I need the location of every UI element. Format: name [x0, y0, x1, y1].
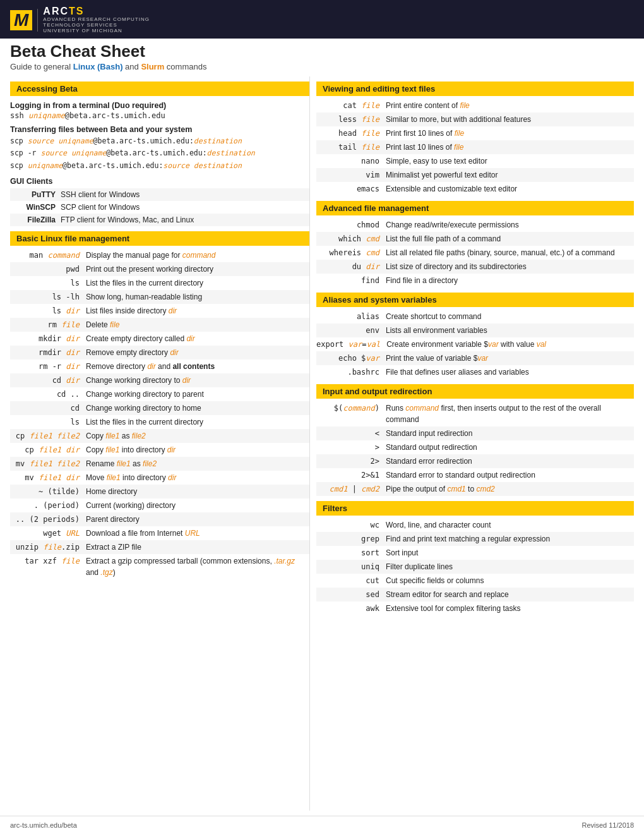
logo-tagline3: UNIVERSITY OF MICHIGAN	[43, 28, 150, 33]
logo-arcts-topline: ARCTS	[43, 6, 150, 16]
cmd-desc-whereis: List all related file paths (binary, sou…	[386, 247, 634, 258]
cmd-stdin: < Standard input redirection	[316, 426, 634, 440]
cmd-key-cd-dir: cd dir	[10, 375, 86, 386]
scp-line-1: scp source uniqname@beta.arc-ts.umich.ed…	[10, 135, 309, 148]
scp-line-3: scp uniqname@beta.arc-ts.umich.edu:sourc…	[10, 160, 309, 172]
cmd-key-env: env	[316, 325, 386, 336]
cmd-mkdir: mkdir dir Create empty directory called …	[10, 332, 309, 346]
cmd-desc-uniq: Filter duplicate lines	[386, 561, 634, 572]
cmd-period: . (period) Current (working) directory	[10, 499, 309, 512]
cmd-cd-home: cd Change working directory to home	[10, 401, 309, 415]
cmd-key-mv-dir: mv file1 dir	[10, 472, 86, 483]
cmd-desc-cd-dotdot: Change working directory to parent	[86, 389, 309, 400]
cmd-desc-mv-dir: Move file1 into directory dir	[86, 472, 309, 483]
cmd-pipe: cmd1 | cmd2 Pipe the output of cmd1 to c…	[316, 482, 634, 496]
cmd-key-mkdir: mkdir dir	[10, 333, 86, 344]
cmd-desc-2periods: Parent directory	[86, 514, 309, 525]
cmd-desc-sed: Stream editor for search and replace	[386, 589, 634, 600]
cmd-unzip: unzip file.zip Extract a ZIP file	[10, 540, 309, 554]
cmd-key-sed: sed	[316, 589, 386, 600]
subtitle-slurm: Slurm	[141, 62, 164, 71]
cmd-stderr: 2> Standard error redirection	[316, 454, 634, 468]
cmd-key-man: man command	[10, 250, 86, 261]
page-subtitle: Guide to general Linux (Bash) and Slurm …	[10, 62, 634, 71]
logo-tagline1: ADVANCED RESEARCH COMPUTING	[43, 16, 150, 22]
cmd-desc-env: Lists all environment variables	[386, 325, 634, 336]
cmd-desc-cp-files: Copy file1 as file2	[86, 430, 309, 442]
cmd-desc-man: Display the manual page for command	[86, 250, 309, 261]
cmd-2periods: .. (2 periods) Parent directory	[10, 512, 309, 526]
header: M ARCTS ADVANCED RESEARCH COMPUTING TECH…	[0, 0, 644, 39]
cmd-key-nano: nano	[316, 155, 386, 167]
cmd-stderr-stdout: 2>&1 Standard error to standard output r…	[316, 468, 634, 482]
cmd-desc-period: Current (working) directory	[86, 500, 309, 511]
cmd-desc-ls-lh: Show long, human-readable listing	[86, 291, 309, 303]
cmd-desc-chmod: Change read/write/execute permissions	[386, 219, 634, 231]
cmd-cat: cat file Print entire content of file	[316, 99, 634, 112]
cmd-cut: cut Cut specific fields or columns	[316, 574, 634, 588]
cmd-key-unzip: unzip file.zip	[10, 541, 86, 553]
gui-client-desc: FTP client for Windows, Mac, and Linux	[61, 214, 309, 226]
cmd-nano: nano Simple, easy to use text editor	[316, 154, 634, 168]
cmd-ls2: ls List the files in the current directo…	[10, 415, 309, 429]
cmd-sed: sed Stream editor for search and replace	[316, 588, 634, 601]
cmd-stdout: > Standard output redirection	[316, 440, 634, 454]
cmd-desc-head: Print first 10 lines of file	[386, 128, 634, 139]
cmd-desc-nano: Simple, easy to use text editor	[386, 155, 634, 167]
cmd-desc-ls: List the files in the current directory	[86, 277, 309, 289]
cmd-desc-cut: Cut specific fields or columns	[386, 575, 634, 586]
login-title: Logging in from a terminal (Duo required…	[10, 101, 309, 110]
logo-arcts: ARCTS ADVANCED RESEARCH COMPUTING TECHNO…	[43, 6, 150, 33]
footer: arc-ts.umich.edu/beta Revised 11/2018	[0, 816, 644, 834]
section-accessing-beta: Accessing Beta	[10, 82, 309, 96]
cmd-desc-alias: Create shortcut to command	[386, 311, 634, 322]
subtitle-mid: and	[122, 62, 141, 71]
cmd-export: export var=val Create environment variab…	[316, 337, 634, 351]
cmd-key-du: du dir	[316, 261, 386, 272]
cmd-tar: tar xzf file Extract a gzip compressed t…	[10, 554, 309, 579]
cmd-desc-which: List the full file path of a command	[386, 233, 634, 245]
cmd-key-cat: cat file	[316, 100, 386, 111]
cmd-desc-vim: Minimalist yet powerful text editor	[386, 169, 634, 181]
section-viewing-editing: Viewing and editing text files	[316, 82, 634, 96]
cmd-wc: wc Word, line, and character count	[316, 518, 634, 532]
cmd-key-tail: tail file	[316, 142, 386, 153]
section-advanced-file: Advanced file management	[316, 201, 634, 215]
transfer-title: Transferring files between Beta and your…	[10, 125, 309, 134]
cmd-desc-less: Similar to more, but with additional fea…	[386, 114, 634, 125]
cmd-subshell: $(command) Runs command first, then inse…	[316, 401, 634, 426]
cmd-key-sort: sort	[316, 547, 386, 559]
cmd-desc-subshell: Runs command first, then inserts output …	[386, 402, 634, 425]
logo-divider	[37, 9, 38, 32]
cmd-desc-mkdir: Create empty directory called dir	[86, 333, 309, 344]
cmd-alias: alias Create shortcut to command	[316, 310, 634, 323]
cmd-desc-mv-files: Rename file1 as file2	[86, 458, 309, 469]
footer-url: arc-ts.umich.edu/beta	[10, 821, 77, 829]
cmd-du: du dir List size of directory and its su…	[316, 260, 634, 274]
cmd-key-head: head file	[316, 128, 386, 139]
cmd-key-tilde: ~ (tilde)	[10, 486, 86, 497]
cmd-rmdir: rmdir dir Remove empty directory dir	[10, 346, 309, 360]
cmd-ls-lh: ls -lh Show long, human-readable listing	[10, 290, 309, 304]
cmd-key-cp-dir: cp file1 dir	[10, 444, 86, 456]
cmd-desc-find: Find file in a directory	[386, 275, 634, 286]
cmd-key-tar: tar xzf file	[10, 555, 86, 567]
page: M ARCTS ADVANCED RESEARCH COMPUTING TECH…	[0, 0, 644, 834]
gui-client-name: FileZilla	[10, 214, 61, 226]
two-col-layout: Accessing Beta Logging in from a termina…	[0, 76, 644, 811]
cmd-key-alias: alias	[316, 311, 386, 322]
gui-client-desc: SSH client for Windows	[61, 188, 309, 201]
gui-client-name: PuTTY	[10, 188, 61, 201]
cmd-desc-rm-r: Remove directory dir and all contents	[86, 361, 309, 372]
cmd-desc-stderr-stdout: Standard error to standard output redire…	[386, 469, 634, 481]
cmd-desc-cat: Print entire content of file	[386, 100, 634, 111]
cmd-cp-files: cp file1 file2 Copy file1 as file2	[10, 429, 309, 443]
cmd-pwd: pwd Print out the present working direct…	[10, 262, 309, 276]
ssh-uniqname: uniqname	[28, 111, 65, 120]
cmd-cp-dir: cp file1 dir Copy file1 into directory d…	[10, 443, 309, 457]
cmd-desc-ls-dir: List files inside directory dir	[86, 305, 309, 317]
page-title: Beta Cheat Sheet	[10, 42, 634, 61]
cmd-key-emacs: emacs	[316, 183, 386, 195]
logo-block: M ARCTS ADVANCED RESEARCH COMPUTING TECH…	[10, 6, 150, 33]
cmd-key-ls: ls	[10, 277, 86, 289]
